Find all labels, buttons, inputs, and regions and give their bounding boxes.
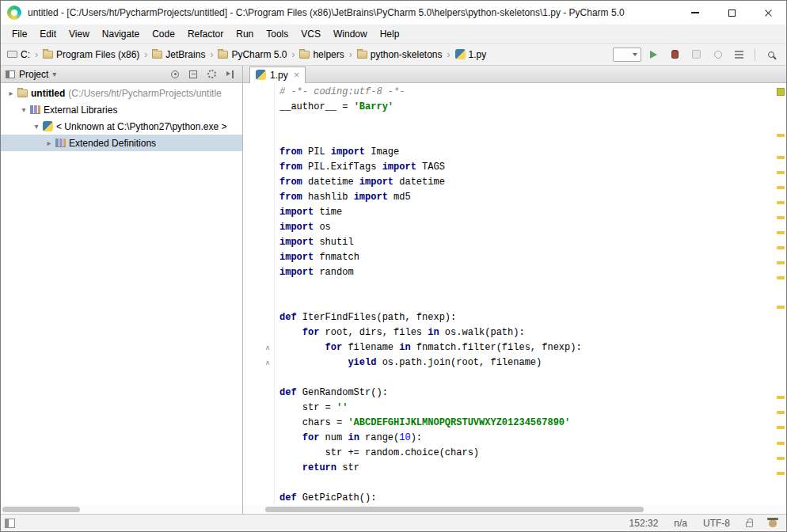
fold-marker-icon[interactable]: ∧ bbox=[264, 359, 272, 367]
close-button[interactable] bbox=[750, 1, 786, 25]
warning-stripe-mark[interactable] bbox=[777, 201, 785, 204]
tree-item-untitled[interactable]: ▸untitled(C:/Users/ht/PycharmProjects/un… bbox=[1, 85, 242, 101]
maximize-button[interactable] bbox=[713, 1, 750, 25]
code-line[interactable]: import random bbox=[279, 265, 775, 280]
breadcrumb-item-python-skeletons[interactable]: python-skeletons bbox=[355, 48, 444, 62]
menu-code[interactable]: Code bbox=[146, 26, 181, 42]
breadcrumb-item-1-py[interactable]: 1.py bbox=[454, 48, 489, 62]
breadcrumb-item-program-files-x86[interactable]: Program Files (x86) bbox=[41, 48, 141, 62]
search-everywhere-button[interactable] bbox=[762, 47, 780, 63]
fold-marker-icon[interactable]: ∧ bbox=[264, 344, 272, 352]
code-line[interactable]: import shutil bbox=[279, 235, 775, 250]
stop-button[interactable] bbox=[709, 47, 727, 63]
code-line[interactable]: chars = 'ABCDEFGHIJKLMNOPQRSTUVWXYZ01234… bbox=[279, 416, 775, 431]
chevron-right-icon[interactable]: ▸ bbox=[6, 89, 17, 97]
warning-stripe-mark[interactable] bbox=[777, 156, 785, 159]
editor-gutter[interactable]: ∧∧ bbox=[243, 83, 275, 505]
menu-edit[interactable]: Edit bbox=[33, 26, 63, 42]
code-line[interactable] bbox=[279, 370, 775, 386]
tab-close-icon[interactable]: × bbox=[294, 70, 300, 80]
code-line[interactable]: import os bbox=[279, 220, 775, 235]
warning-stripe-mark[interactable] bbox=[777, 457, 785, 460]
minimize-button[interactable] bbox=[677, 1, 713, 25]
warning-stripe-mark[interactable] bbox=[777, 306, 785, 309]
project-panel-title[interactable]: Project bbox=[19, 69, 48, 80]
code-line[interactable]: from datetime import datetime bbox=[279, 175, 775, 190]
code-line[interactable]: import fnmatch bbox=[279, 250, 775, 265]
menu-help[interactable]: Help bbox=[374, 26, 406, 42]
menu-refactor[interactable]: Refactor bbox=[181, 26, 230, 42]
menu-navigate[interactable]: Navigate bbox=[96, 26, 146, 42]
warning-stripe-mark[interactable] bbox=[777, 246, 785, 249]
menu-tools[interactable]: Tools bbox=[260, 26, 295, 42]
code-line[interactable]: import time bbox=[279, 205, 775, 220]
code-line[interactable]: for num in range(10): bbox=[279, 431, 775, 446]
warning-stripe-mark[interactable] bbox=[777, 411, 785, 414]
menu-file[interactable]: File bbox=[6, 26, 33, 42]
code-line[interactable]: # -*- coding:utf-8 -*- bbox=[279, 85, 775, 100]
error-stripe[interactable] bbox=[775, 83, 786, 505]
code-line[interactable] bbox=[279, 476, 775, 491]
warning-stripe-mark[interactable] bbox=[777, 134, 785, 137]
run-configurations-dropdown[interactable] bbox=[613, 48, 641, 62]
warning-stripe-mark[interactable] bbox=[777, 396, 785, 399]
menu-view[interactable]: View bbox=[63, 26, 96, 42]
run-coverage-button[interactable] bbox=[687, 47, 705, 63]
warning-stripe-mark[interactable] bbox=[777, 216, 785, 219]
editor-tab-1py[interactable]: 1.py × bbox=[249, 66, 306, 83]
settings-button[interactable] bbox=[205, 68, 218, 81]
scrollbar-thumb[interactable] bbox=[265, 507, 644, 512]
menu-window[interactable]: Window bbox=[327, 26, 374, 42]
hector-inspector-icon[interactable] bbox=[769, 519, 777, 527]
warning-stripe-mark[interactable] bbox=[777, 426, 785, 429]
chevron-down-icon[interactable]: ▾ bbox=[18, 105, 29, 114]
menu-run[interactable]: Run bbox=[230, 26, 260, 42]
analysis-status-square[interactable] bbox=[777, 88, 785, 96]
code-line[interactable]: from PIL import Image bbox=[279, 145, 775, 160]
chevron-right-icon[interactable]: ▸ bbox=[44, 139, 55, 147]
code-line[interactable]: str = '' bbox=[279, 401, 775, 416]
debug-button[interactable] bbox=[666, 47, 684, 63]
breadcrumb-item-c[interactable]: C: bbox=[6, 48, 32, 62]
breadcrumb-item-pycharm-5-0[interactable]: PyCharm 5.0 bbox=[216, 48, 288, 62]
caret-position[interactable]: 152:32 bbox=[629, 518, 659, 529]
chevron-down-icon[interactable]: ▾ bbox=[52, 70, 56, 78]
encoding-indicator[interactable]: UTF-8 bbox=[703, 518, 730, 529]
scroll-from-source-button[interactable] bbox=[169, 68, 181, 81]
breadcrumb-item-helpers[interactable]: helpers bbox=[298, 48, 345, 62]
hide-panel-button[interactable] bbox=[223, 68, 236, 81]
code-line[interactable] bbox=[279, 280, 775, 295]
warning-stripe-mark[interactable] bbox=[777, 231, 785, 234]
warning-stripe-mark[interactable] bbox=[777, 186, 785, 189]
breadcrumb-item-jetbrains[interactable]: JetBrains bbox=[150, 48, 207, 62]
menu-vcs[interactable]: VCS bbox=[295, 26, 327, 42]
lock-icon[interactable] bbox=[746, 522, 753, 527]
code-line[interactable] bbox=[279, 130, 775, 145]
warning-stripe-mark[interactable] bbox=[777, 442, 785, 445]
toolwindow-toggle-icon[interactable] bbox=[5, 519, 15, 528]
tree-item-unknown-at-c-python27-python-exe[interactable]: ▾< Unknown at C:\Python27\python.exe > bbox=[1, 118, 242, 135]
code-line[interactable]: for filename in fnmatch.filter(files, fn… bbox=[279, 340, 775, 355]
code-line[interactable]: def GenRandomStr(): bbox=[279, 386, 775, 401]
code-line[interactable]: __author__ = 'Barry' bbox=[279, 100, 775, 115]
run-button[interactable] bbox=[644, 47, 663, 63]
code-line[interactable]: yield os.path.join(root, filename) bbox=[279, 355, 775, 370]
tree-item-external-libraries[interactable]: ▾External Libraries bbox=[1, 101, 242, 118]
editor-horizontal-scrollbar[interactable] bbox=[243, 505, 786, 514]
code-line[interactable]: return str bbox=[279, 461, 775, 476]
warning-stripe-mark[interactable] bbox=[777, 276, 785, 279]
tree-item-extended-definitions[interactable]: ▸Extended Definitions bbox=[1, 135, 242, 151]
code-line[interactable]: def IterFindFiles(path, fnexp): bbox=[279, 310, 775, 325]
scrollbar-thumb[interactable] bbox=[2, 507, 80, 512]
code-line[interactable] bbox=[279, 115, 775, 130]
collapse-all-button[interactable] bbox=[187, 68, 200, 81]
code-area[interactable]: # -*- coding:utf-8 -*-__author__ = 'Barr… bbox=[275, 83, 775, 505]
code-line[interactable]: def GetPicPath(): bbox=[279, 491, 775, 505]
chevron-down-icon[interactable]: ▾ bbox=[31, 122, 42, 131]
code-line[interactable]: from PIL.ExifTags import TAGS bbox=[279, 160, 775, 175]
warning-stripe-mark[interactable] bbox=[777, 472, 785, 475]
line-separator-indicator[interactable]: n/a bbox=[674, 518, 687, 529]
event-log-button[interactable] bbox=[730, 47, 748, 63]
project-horizontal-scrollbar[interactable] bbox=[1, 505, 242, 514]
code-line[interactable]: str += random.choice(chars) bbox=[279, 446, 775, 461]
